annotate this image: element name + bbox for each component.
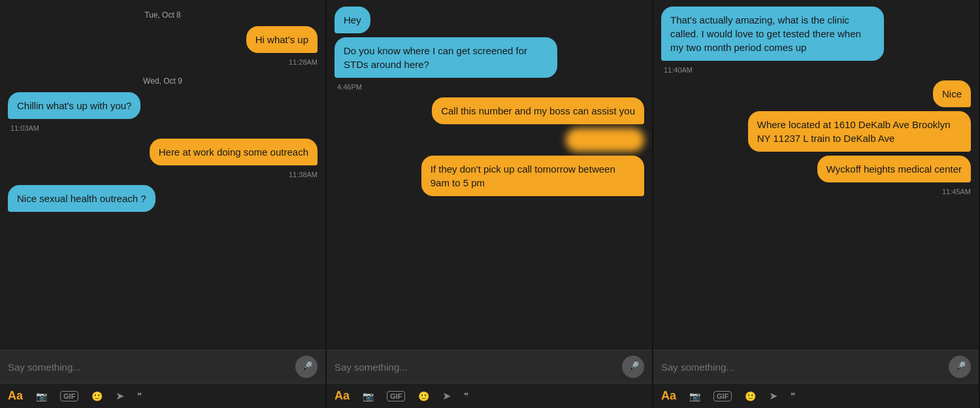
message-bubble-sent-5: Nice (933, 80, 971, 107)
timestamp-4: 4:46PM (337, 83, 644, 91)
message-bubble-sent-4: If they don't pick up call tomorrow betw… (421, 156, 644, 196)
message-bubble-sent-2: Here at work doing some outreach (150, 139, 318, 165)
emoji-icon-3[interactable]: 🙂 (745, 391, 756, 401)
mic-button-3[interactable]: 🎤 (949, 356, 971, 378)
timestamp-1: 11:28AM (8, 58, 318, 66)
input-bar-1[interactable]: 🎤 (0, 350, 325, 383)
message-bubble-received-4: Do you know where I can get screened for… (335, 37, 557, 78)
message-bubble-sent-3: Call this number and my boss can assist … (432, 97, 644, 124)
gif-button-2[interactable]: GIF (387, 391, 405, 401)
toolbar-2: Aa 📷 GIF 🙂 ➤ ❞ (327, 383, 652, 408)
toolbar-1: Aa 📷 GIF 🙂 ➤ ❞ (0, 383, 325, 408)
input-bar-3[interactable]: 🎤 (653, 350, 979, 383)
messages-area-1: Tue, Oct 8 Hi what's up 11:28AM Wed, Oct… (0, 0, 325, 350)
message-input-2[interactable] (335, 362, 617, 373)
messages-area-2: Hey Do you know where I can get screened… (327, 0, 652, 350)
emoji-icon-1[interactable]: 🙂 (91, 391, 103, 401)
message-bubble-received-2: Nice sexual health outreach ? (8, 185, 155, 212)
camera-icon-2[interactable]: 📷 (363, 391, 374, 401)
chat-panel-2: Hey Do you know where I can get screened… (327, 0, 653, 408)
message-bubble-received-1: Chillin what's up with you? (8, 92, 140, 119)
message-bubble-sent-1: Hi what's up (246, 26, 318, 53)
message-input-3[interactable] (661, 362, 943, 373)
message-bubble-received-3: Hey (335, 7, 370, 33)
message-bubble-sent-6: Where located at 1610 DeKalb Ave Brookly… (748, 111, 971, 152)
timestamp-5: 11:40AM (664, 66, 971, 74)
gif-button-3[interactable]: GIF (713, 391, 732, 401)
date-label-1: Tue, Oct 8 (8, 10, 318, 20)
message-input-1[interactable] (8, 362, 290, 373)
aa-button-3[interactable]: Aa (661, 389, 676, 403)
aa-button-2[interactable]: Aa (335, 389, 350, 403)
toolbar-3: Aa 📷 GIF 🙂 ➤ ❞ (653, 383, 979, 408)
timestamp-3: 11:38AM (8, 171, 318, 178)
message-bubble-received-5: That's actually amazing, what is the cli… (661, 7, 884, 61)
gif-button-1[interactable]: GIF (60, 391, 78, 401)
send-icon-3[interactable]: ➤ (769, 390, 777, 402)
camera-icon-3[interactable]: 📷 (689, 391, 700, 401)
message-bubble-sent-7: Wyckoff heights medical center (817, 156, 971, 182)
emoji-icon-2[interactable]: 🙂 (418, 391, 429, 401)
timestamp-2: 11:03AM (10, 124, 318, 132)
camera-icon-1[interactable]: 📷 (36, 391, 47, 401)
quote-icon-2[interactable]: ❞ (464, 391, 469, 401)
quote-icon-1[interactable]: ❞ (137, 391, 142, 401)
date-label-2: Wed, Oct 9 (8, 76, 318, 86)
messages-area-3: That's actually amazing, what is the cli… (653, 0, 979, 350)
quote-icon-3[interactable]: ❞ (791, 391, 796, 401)
aa-button-1[interactable]: Aa (8, 389, 23, 403)
send-icon-2[interactable]: ➤ (442, 390, 451, 402)
chat-panel-3: That's actually amazing, what is the cli… (653, 0, 980, 408)
mic-button-2[interactable]: 🎤 (622, 356, 644, 378)
input-bar-2[interactable]: 🎤 (327, 350, 652, 383)
chat-panel-1: Tue, Oct 8 Hi what's up 11:28AM Wed, Oct… (0, 0, 327, 408)
message-bubble-blurred (566, 128, 644, 152)
send-icon-1[interactable]: ➤ (116, 390, 124, 402)
mic-button-1[interactable]: 🎤 (295, 356, 318, 378)
timestamp-6: 11:45AM (661, 188, 971, 196)
